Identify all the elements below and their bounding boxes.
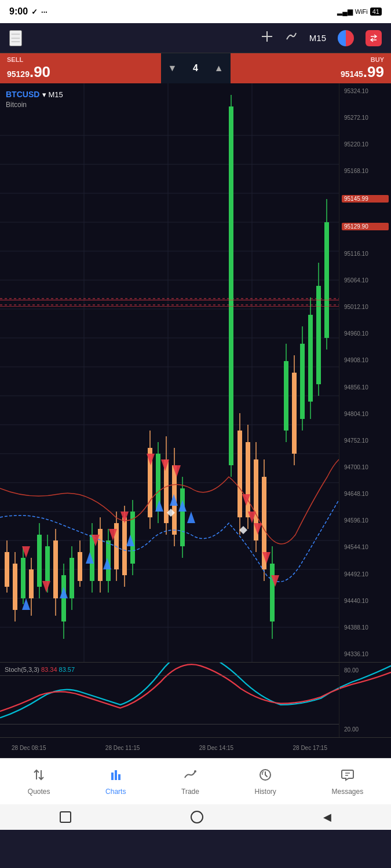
candlestick-chart[interactable] (0, 83, 339, 662)
price-bar: SELL 95129.90 ▼ 4 ▲ BUY 95145.99 (0, 53, 391, 83)
svg-marker-101 (42, 581, 50, 593)
buy-side[interactable]: BUY 95145.99 (231, 53, 392, 83)
timeframe-button[interactable]: M15 (309, 33, 326, 43)
price-level-14: 94648.10 (342, 491, 389, 497)
messages-label: Messages (331, 788, 363, 796)
back-button[interactable]: ◀ (323, 811, 331, 823)
status-time: 9:00 (9, 6, 28, 17)
svg-marker-98 (178, 500, 187, 512)
svg-marker-92 (60, 587, 68, 598)
status-time-group: 9:00 ✓ ··· (9, 6, 47, 17)
chart-symbol-info: BTCUSD ▾ M15 Bitcoin (6, 89, 63, 109)
signal-icon: ▂▄▆ (337, 8, 353, 16)
time-label-2: 28 Dec 11:15 (105, 745, 140, 751)
svg-rect-116 (115, 770, 117, 780)
time-label-1: 28 Dec 08:15 (12, 745, 46, 751)
charts-label: Charts (105, 788, 126, 796)
nav-left: ☰ (9, 30, 22, 46)
price-level-19: 94388.10 (342, 624, 389, 631)
history-icon (258, 768, 272, 785)
status-right: ▂▄▆ WiFi 41 (337, 8, 382, 16)
stoch-panel: Stoch(5,3,3) 83.34 83.57 80.00 20.00 (0, 662, 391, 737)
price-level-5: 95116.10 (342, 251, 389, 257)
price-level-17: 94492.10 (342, 571, 389, 578)
messages-icon (341, 768, 355, 785)
stoch-label: Stoch(5,3,3) 83.34 83.57 (5, 666, 75, 673)
price-level-sell: 95129.90 (342, 223, 389, 230)
asset-name: Bitcoin (6, 101, 63, 109)
hamburger-button[interactable]: ☰ (9, 30, 22, 46)
chart-container[interactable]: BTCUSD ▾ M15 Bitcoin (0, 83, 391, 662)
price-level-16: 94544.10 (342, 544, 389, 550)
battery-indicator: 41 (370, 8, 382, 16)
wifi-icon: WiFi (355, 8, 368, 15)
price-level-20: 94336.10 (342, 651, 389, 657)
swap-button[interactable] (366, 30, 382, 46)
theme-toggle[interactable] (338, 30, 354, 46)
sell-label: SELL (7, 56, 23, 63)
price-level-12: 94752.10 (342, 437, 389, 444)
svg-marker-99 (187, 512, 195, 523)
sell-price-line (0, 306, 339, 307)
svg-rect-117 (118, 774, 120, 780)
price-level-15: 94596.10 (342, 517, 389, 524)
symbol-text: BTCUSD (6, 90, 39, 99)
chart-timeframe: ▾ M15 (42, 90, 63, 99)
price-level-11: 94804.10 (342, 411, 389, 417)
price-level-9: 94908.10 (342, 357, 389, 363)
quotes-label: Quotes (28, 788, 50, 796)
time-label-3: 28 Dec 14:15 (199, 745, 234, 751)
nav-quotes[interactable]: Quotes (19, 763, 60, 800)
price-level-3: 95220.10 (342, 141, 389, 148)
svg-point-118 (194, 770, 196, 773)
leverage-down-button[interactable]: ▼ (168, 63, 177, 73)
price-level-18: 94440.10 (342, 598, 389, 604)
buy-label: BUY (371, 56, 384, 63)
recent-apps-button[interactable] (60, 811, 71, 823)
stoch-chart (0, 663, 391, 737)
leverage-controls: ▼ 4 ▲ (161, 53, 231, 83)
price-level-6: 95064.10 (342, 277, 389, 284)
price-level-4: 95168.10 (342, 168, 389, 174)
history-label: History (255, 788, 276, 796)
nav-center: M15 (261, 30, 382, 46)
price-level-1: 95324.10 (342, 88, 389, 94)
nav-history[interactable]: History (246, 763, 286, 800)
stoch-level-80-line (0, 675, 339, 676)
charts-icon (109, 768, 123, 785)
svg-marker-104 (120, 512, 129, 523)
nav-trade[interactable]: Trade (172, 763, 209, 800)
stoch-level-80-label: 80.00 (342, 667, 389, 674)
buy-price-line (0, 300, 339, 300)
stoch-level-20-label: 20.00 (342, 726, 389, 733)
svg-marker-114 (239, 526, 247, 534)
price-level-13: 94700.10 (342, 464, 389, 470)
nav-messages[interactable]: Messages (322, 763, 372, 800)
more-icon: ··· (41, 8, 47, 16)
stoch-level-20-line (0, 724, 339, 724)
bottom-nav: Quotes Charts Trade Histor (0, 758, 391, 804)
quotes-icon (32, 768, 46, 785)
time-label-4: 28 Dec 17:15 (293, 745, 327, 751)
add-chart-button[interactable] (261, 30, 273, 46)
nav-charts[interactable]: Charts (96, 763, 135, 800)
leverage-up-button[interactable]: ▲ (214, 63, 224, 73)
stoch-right-labels: 80.00 20.00 (339, 663, 391, 737)
status-bar: 9:00 ✓ ··· ▂▄▆ WiFi 41 (0, 0, 391, 23)
sell-price: 95129.90 (7, 63, 50, 81)
symbol-row: BTCUSD ▾ M15 (6, 89, 63, 100)
time-labels: 28 Dec 08:15 28 Dec 11:15 28 Dec 14:15 2… (6, 745, 333, 751)
svg-rect-115 (111, 773, 114, 780)
system-nav: ◀ (0, 804, 391, 830)
drawing-button[interactable] (285, 30, 298, 46)
sell-side[interactable]: SELL 95129.90 (0, 53, 161, 83)
verified-icon: ✓ (31, 8, 38, 16)
top-nav: ☰ M15 (0, 23, 391, 53)
leverage-value: 4 (193, 63, 198, 73)
price-level-buy: 95145.99 (342, 195, 389, 203)
price-level-8: 94960.10 (342, 330, 389, 337)
trade-icon (183, 768, 197, 785)
trade-label: Trade (181, 788, 199, 796)
buy-price: 95145.99 (341, 63, 384, 81)
home-button[interactable] (191, 811, 203, 823)
